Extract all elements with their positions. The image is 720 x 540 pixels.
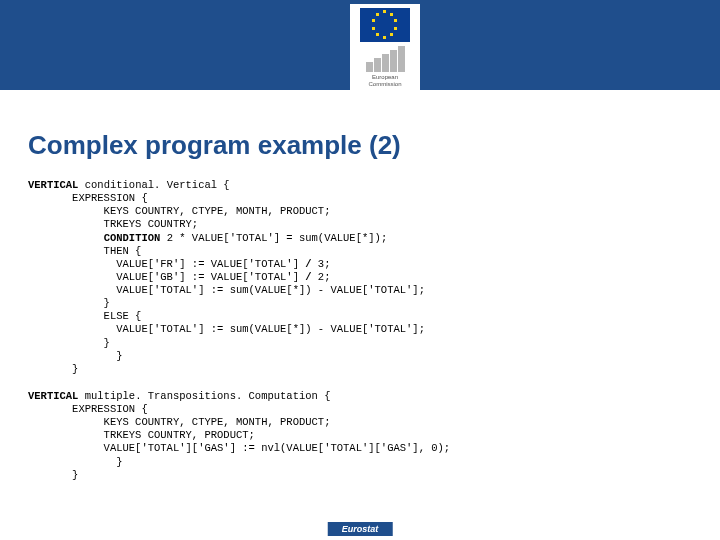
ec-logo: European Commission: [350, 4, 420, 114]
logo-text-line1: European: [368, 74, 401, 81]
code-text: 2 * VALUE['TOTAL'] = sum(VALUE[*]);: [160, 232, 387, 244]
code-text: }: [28, 337, 110, 349]
code-text: }: [28, 350, 123, 362]
code-text: VALUE['GB'] := VALUE['TOTAL']: [28, 271, 305, 283]
code-block-2: VERTICAL multiple. Transpositions. Compu…: [28, 390, 702, 482]
code-text: }: [28, 469, 78, 481]
kw: CONDITION: [104, 232, 161, 244]
code-text: }: [28, 456, 123, 468]
code-text: EXPRESSION {: [28, 192, 148, 204]
kw: VERTICAL: [28, 179, 78, 191]
code-text: VALUE['FR'] := VALUE['TOTAL']: [28, 258, 305, 270]
code-text: 2;: [312, 271, 331, 283]
code-text: }: [28, 363, 78, 375]
logo-text-line2: Commission: [368, 81, 401, 88]
code-text: EXPRESSION {: [28, 403, 148, 415]
header-bar: European Commission: [0, 0, 720, 90]
code-text: THEN {: [28, 245, 141, 257]
code-text: }: [28, 297, 110, 309]
footer-tag: Eurostat: [328, 522, 393, 536]
code-text: TRKEYS COUNTRY, PRODUCT;: [28, 429, 255, 441]
code-text: [28, 232, 104, 244]
code-text: VALUE['TOTAL'] := sum(VALUE[*]) - VALUE[…: [28, 323, 425, 335]
code-text: TRKEYS COUNTRY;: [28, 218, 198, 230]
code-text: multiple. Transpositions. Computation {: [78, 390, 330, 402]
page-title: Complex program example (2): [28, 130, 702, 161]
code-text: conditional. Vertical {: [78, 179, 229, 191]
code-text: KEYS COUNTRY, CTYPE, MONTH, PRODUCT;: [28, 205, 330, 217]
content-area: Complex program example (2) VERTICAL con…: [0, 90, 720, 482]
code-text: VALUE['TOTAL'] := sum(VALUE[*]) - VALUE[…: [28, 284, 425, 296]
code-text: VALUE['TOTAL']['GAS'] := nvl(VALUE['TOTA…: [28, 442, 450, 454]
kw: VERTICAL: [28, 390, 78, 402]
code-text: ELSE {: [28, 310, 141, 322]
code-text: 3;: [312, 258, 331, 270]
eu-flag-icon: [360, 8, 410, 42]
code-text: KEYS COUNTRY, CTYPE, MONTH, PRODUCT;: [28, 416, 330, 428]
building-icon: [366, 44, 405, 72]
logo-text: European Commission: [368, 74, 401, 87]
code-block-1: VERTICAL conditional. Vertical { EXPRESS…: [28, 179, 702, 376]
